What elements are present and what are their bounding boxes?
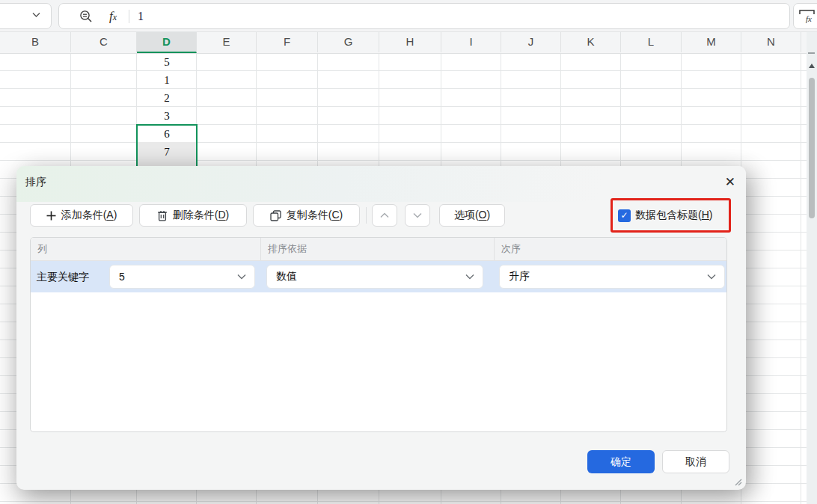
- add-condition-label: 添加条件(A): [61, 209, 117, 222]
- zoom-formula-icon[interactable]: [79, 10, 93, 23]
- cell-D2[interactable]: 1: [137, 71, 197, 89]
- column-header-C[interactable]: C: [71, 31, 137, 52]
- column-header-B[interactable]: B: [0, 31, 71, 52]
- formula-bar-expand-icon: fx: [799, 9, 816, 24]
- vertical-scrollbar[interactable]: [807, 31, 817, 504]
- order-dropdown-value: 升序: [509, 270, 530, 283]
- scrollbar-thumb[interactable]: [809, 78, 815, 218]
- column-dropdown-value: 5: [119, 271, 125, 283]
- column-dropdown[interactable]: 5: [109, 265, 255, 289]
- scroll-up-icon[interactable]: [809, 64, 815, 68]
- options-button[interactable]: 选项(O): [439, 204, 505, 227]
- column-header-N[interactable]: N: [741, 31, 801, 52]
- sort-dialog: 排序 ✕ 添加条件(A) 删除条件(D) 复制条件(C) 选项(O) ✓ 数据包…: [16, 166, 746, 490]
- chevron-down-icon[interactable]: [32, 12, 40, 18]
- column-header-K[interactable]: K: [561, 31, 621, 52]
- formula-bar-expand-button[interactable]: fx: [793, 3, 817, 29]
- grid-vline: [801, 31, 801, 504]
- cancel-button[interactable]: 取消: [662, 450, 729, 473]
- formula-toolbar: fx 1 fx: [0, 0, 817, 32]
- order-dropdown[interactable]: 升序: [499, 265, 725, 289]
- column-header-row: BCDEFGHIJKLMN: [0, 31, 807, 54]
- trash-icon: [157, 210, 168, 221]
- sort-conditions-panel: 列 排序依据 次序 主要关键字 5 数值 升序: [30, 237, 727, 432]
- fx-icon[interactable]: fx: [109, 9, 117, 24]
- column-header-E[interactable]: E: [197, 31, 257, 52]
- options-label: 选项(O): [454, 209, 490, 222]
- header-checkbox[interactable]: ✓: [618, 209, 631, 222]
- copy-icon: [270, 210, 281, 221]
- formula-input-value[interactable]: 1: [138, 10, 144, 23]
- column-header-L[interactable]: L: [621, 31, 682, 52]
- toolbar-separator: [366, 207, 367, 224]
- sort-condition-row[interactable]: 主要关键字 5 数值 升序: [31, 261, 726, 292]
- column-header-M[interactable]: M: [682, 31, 741, 52]
- column-header-I[interactable]: I: [441, 31, 501, 52]
- cell-D4[interactable]: 3: [137, 107, 197, 125]
- column-header-J[interactable]: J: [501, 31, 561, 52]
- column-header-H[interactable]: H: [379, 31, 441, 52]
- close-icon[interactable]: ✕: [725, 174, 735, 190]
- chevron-up-icon: [380, 212, 389, 218]
- svg-text:fx: fx: [806, 14, 812, 23]
- formula-bar[interactable]: fx 1: [58, 3, 790, 29]
- scrollbar-split-handle[interactable]: [808, 52, 815, 54]
- add-condition-button[interactable]: 添加条件(A): [30, 204, 133, 227]
- header-order: 次序: [495, 238, 726, 260]
- copy-condition-button[interactable]: 复制条件(C): [253, 204, 360, 227]
- sort-on-dropdown-value: 数值: [276, 270, 297, 283]
- chevron-down-icon: [237, 274, 246, 280]
- sort-on-dropdown[interactable]: 数值: [266, 265, 483, 289]
- name-box[interactable]: [0, 3, 52, 29]
- plus-icon: [46, 211, 56, 221]
- condition-row-label: 主要关键字: [37, 261, 89, 292]
- move-up-button[interactable]: [372, 204, 397, 227]
- chevron-down-icon: [413, 212, 422, 218]
- chevron-down-icon: [465, 274, 474, 280]
- panel-header-row: 列 排序依据 次序: [31, 238, 726, 261]
- delete-condition-label: 删除条件(D): [173, 209, 229, 222]
- column-header-D[interactable]: D: [137, 31, 197, 53]
- column-header-G[interactable]: G: [318, 31, 379, 52]
- highlight-red-box: ✓ 数据包含标题(H): [611, 198, 731, 233]
- column-header-F[interactable]: F: [257, 31, 318, 52]
- dialog-title: 排序: [25, 176, 46, 189]
- header-checkbox-label[interactable]: 数据包含标题(H): [635, 209, 712, 222]
- header-column: 列: [31, 238, 261, 260]
- divider: [129, 10, 129, 23]
- move-down-button[interactable]: [405, 204, 430, 227]
- ok-button[interactable]: 确定: [587, 450, 655, 473]
- resize-grip[interactable]: [733, 477, 742, 486]
- chevron-down-icon: [707, 274, 716, 280]
- cell-D1[interactable]: 5: [137, 53, 197, 71]
- cell-D3[interactable]: 2: [137, 89, 197, 107]
- dialog-header-gradient: [16, 166, 746, 202]
- copy-condition-label: 复制条件(C): [287, 209, 343, 222]
- header-sort-on: 排序依据: [261, 238, 495, 260]
- delete-condition-button[interactable]: 删除条件(D): [139, 204, 247, 227]
